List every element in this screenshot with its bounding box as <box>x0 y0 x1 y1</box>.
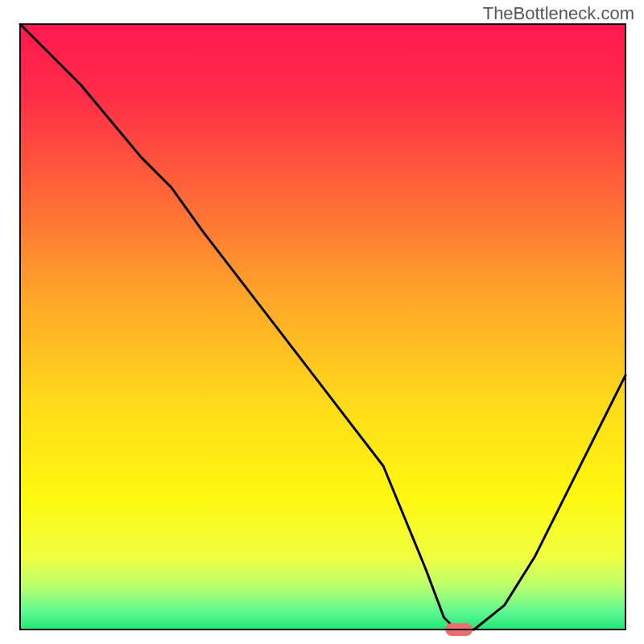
watermark-text: TheBottleneck.com <box>483 3 634 24</box>
bottleneck-chart <box>0 0 644 644</box>
chart-background <box>20 24 625 630</box>
